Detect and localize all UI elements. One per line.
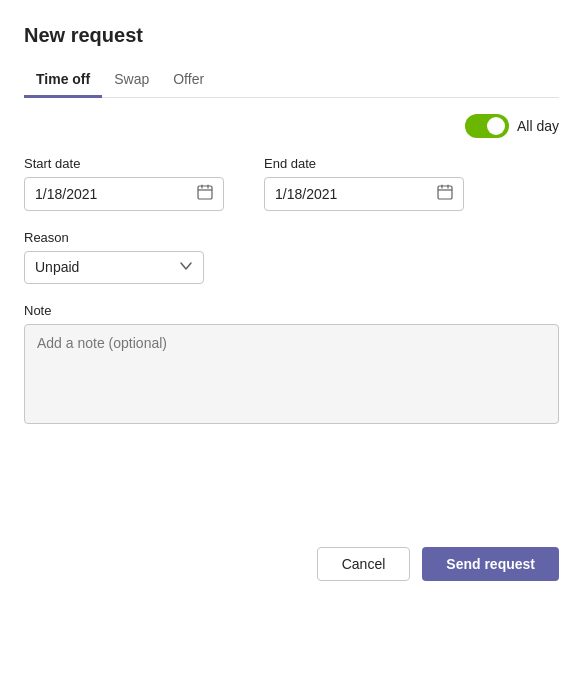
reason-section: Reason Unpaid [24, 229, 559, 284]
all-day-toggle[interactable] [465, 114, 509, 138]
start-date-input[interactable]: 1/18/2021 [24, 177, 224, 211]
reason-label: Reason [24, 230, 69, 245]
all-day-label: All day [517, 118, 559, 134]
note-input[interactable] [24, 324, 559, 424]
note-section: Note [24, 302, 559, 427]
tab-time-off[interactable]: Time off [24, 63, 102, 98]
svg-rect-0 [198, 186, 212, 199]
tab-offer[interactable]: Offer [161, 63, 216, 98]
dates-row: Start date 1/18/2021 End date 1/18/2021 [24, 156, 559, 211]
cancel-button[interactable]: Cancel [317, 547, 411, 581]
end-date-value: 1/18/2021 [275, 186, 429, 202]
tab-bar: Time off Swap Offer [24, 63, 559, 98]
start-date-label: Start date [24, 156, 224, 171]
start-date-calendar-icon [197, 184, 213, 204]
reason-value: Unpaid [35, 259, 171, 275]
tab-swap[interactable]: Swap [102, 63, 161, 98]
end-date-group: End date 1/18/2021 [264, 156, 464, 211]
toggle-thumb [487, 117, 505, 135]
end-date-input[interactable]: 1/18/2021 [264, 177, 464, 211]
page-title: New request [24, 24, 559, 47]
end-date-calendar-icon [437, 184, 453, 204]
chevron-down-icon [179, 259, 193, 276]
svg-rect-4 [438, 186, 452, 199]
start-date-group: Start date 1/18/2021 [24, 156, 224, 211]
all-day-row: All day [24, 114, 559, 138]
reason-dropdown[interactable]: Unpaid [24, 251, 204, 284]
end-date-label: End date [264, 156, 464, 171]
note-label: Note [24, 303, 51, 318]
footer: Cancel Send request [24, 547, 559, 581]
send-request-button[interactable]: Send request [422, 547, 559, 581]
start-date-value: 1/18/2021 [35, 186, 189, 202]
